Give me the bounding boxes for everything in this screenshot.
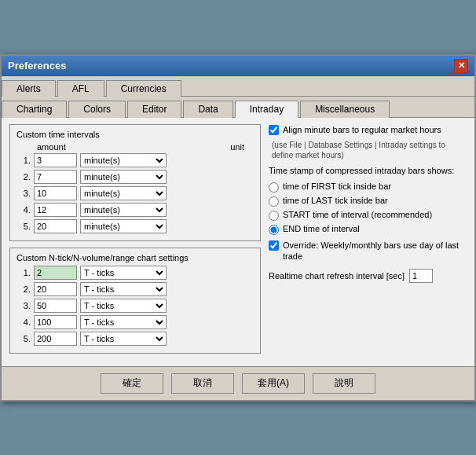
tick-unit-5[interactable]: T - ticks xyxy=(80,332,167,346)
tab-charting[interactable]: Charting xyxy=(2,101,67,118)
radio-end-time-input[interactable] xyxy=(269,225,279,235)
tick-row-2: 2. T - ticks xyxy=(16,282,254,296)
tick-num-2: 2. xyxy=(16,284,31,294)
row-num-1: 1. xyxy=(16,156,31,165)
radio-first-tick-input[interactable] xyxy=(269,182,279,193)
time-amount-2[interactable] xyxy=(34,170,77,184)
content-area: Custom time intervals amount unit 1. min… xyxy=(2,118,474,366)
tick-num-1: 1. xyxy=(16,268,31,277)
override-label: Override: Weekly/monthly bars use day of… xyxy=(283,240,467,262)
refresh-label: Realtime chart refresh interval [sec] xyxy=(269,270,405,281)
refresh-row: Realtime chart refresh interval [sec] xyxy=(269,269,467,283)
time-amount-5[interactable] xyxy=(34,219,77,233)
time-row-3: 3. minute(s) xyxy=(16,186,254,200)
tick-row-4: 4. T - ticks xyxy=(16,315,254,329)
radio-end-time-label: END time of interval xyxy=(283,224,360,233)
tab-afl[interactable]: AFL xyxy=(57,80,104,97)
time-row-4: 4. minute(s) xyxy=(16,203,254,217)
time-row-5: 5. minute(s) xyxy=(16,219,254,233)
time-unit-3[interactable]: minute(s) xyxy=(80,186,167,200)
stamp-label: Time stamp of compressed intraday bars s… xyxy=(269,165,467,177)
time-amount-4[interactable] xyxy=(34,203,77,217)
time-amount-3[interactable] xyxy=(34,186,77,200)
override-checkbox-row: Override: Weekly/monthly bars use day of… xyxy=(269,240,467,262)
tick-num-4: 4. xyxy=(16,317,31,327)
title-bar: Preferences ✕ xyxy=(2,56,474,76)
override-checkbox[interactable] xyxy=(269,240,279,251)
row-num-2: 2. xyxy=(16,172,31,182)
radio-start-time: START time of interval (recommended) xyxy=(269,210,467,221)
bottom-tab-row: Charting Colors Editor Data Intraday Mis… xyxy=(2,97,474,118)
section2-title: Custom N-tick/N-volume/range chart setti… xyxy=(16,253,254,262)
align-checkbox-row: Align minute bars to regular market hour… xyxy=(269,124,467,135)
radio-start-time-input[interactable] xyxy=(269,211,279,221)
tick-unit-1[interactable]: T - ticks xyxy=(80,266,167,280)
tick-num-3: 3. xyxy=(16,301,31,310)
window-title: Preferences xyxy=(8,60,66,72)
tab-alerts[interactable]: Alerts xyxy=(2,80,56,97)
row-num-3: 3. xyxy=(16,189,31,198)
tab-currencies[interactable]: Currencies xyxy=(106,80,181,97)
radio-start-time-label: START time of interval (recommended) xyxy=(283,210,432,219)
time-row-1: 1. minute(s) xyxy=(16,153,254,167)
tick-row-5: 5. T - ticks xyxy=(16,332,254,346)
tab-data[interactable]: Data xyxy=(183,101,233,118)
col-amount-label: amount xyxy=(37,142,66,152)
tick-row-1: 1. T - ticks xyxy=(16,266,254,280)
preferences-window: Preferences ✕ Alerts AFL Currencies Char… xyxy=(0,54,476,402)
left-panel: Custom time intervals amount unit 1. min… xyxy=(9,124,261,360)
tab-colors[interactable]: Colors xyxy=(68,101,126,118)
time-unit-2[interactable]: minute(s) xyxy=(80,170,167,184)
tick-amount-1[interactable] xyxy=(34,266,77,280)
tick-unit-3[interactable]: T - ticks xyxy=(80,299,167,313)
confirm-button[interactable]: 確定 xyxy=(101,373,163,394)
radio-last-tick-input[interactable] xyxy=(269,196,279,207)
time-row-2: 2. minute(s) xyxy=(16,170,254,184)
time-unit-4[interactable]: minute(s) xyxy=(80,203,167,217)
align-hint: (use File | Database Settings | Intraday… xyxy=(272,140,467,160)
align-label: Align minute bars to regular market hour… xyxy=(283,124,441,135)
radio-last-tick-label: time of LAST tick inside bar xyxy=(283,196,388,205)
time-amount-1[interactable] xyxy=(34,153,77,167)
tick-unit-4[interactable]: T - ticks xyxy=(80,315,167,329)
custom-ntick-section: Custom N-tick/N-volume/range chart setti… xyxy=(9,248,261,354)
cancel-button[interactable]: 取消 xyxy=(171,373,234,394)
time-unit-1[interactable]: minute(s) xyxy=(80,153,167,167)
tab-intraday[interactable]: Intraday xyxy=(235,101,298,118)
col-unit-label: unit xyxy=(230,142,244,152)
tick-amount-3[interactable] xyxy=(34,299,77,313)
tick-amount-2[interactable] xyxy=(34,282,77,296)
row-num-5: 5. xyxy=(16,222,31,231)
time-unit-5[interactable]: minute(s) xyxy=(80,219,167,233)
footer: 確定 取消 套用(A) 說明 xyxy=(2,366,474,400)
tab-miscellaneous[interactable]: Miscellaneous xyxy=(300,101,390,118)
tick-amount-5[interactable] xyxy=(34,332,77,346)
section1-title: Custom time intervals xyxy=(16,130,254,139)
row-num-4: 4. xyxy=(16,205,31,215)
tick-amount-4[interactable] xyxy=(34,315,77,329)
custom-time-intervals-section: Custom time intervals amount unit 1. min… xyxy=(9,124,261,241)
tick-num-5: 5. xyxy=(16,334,31,343)
col-headers-1: amount unit xyxy=(16,142,254,152)
top-tab-row: Alerts AFL Currencies xyxy=(2,76,474,97)
refresh-input[interactable] xyxy=(409,269,433,283)
help-button[interactable]: 說明 xyxy=(313,373,375,394)
radio-first-tick: time of FIRST tick inside bar xyxy=(269,182,467,193)
align-checkbox[interactable] xyxy=(269,125,279,135)
tick-row-3: 3. T - ticks xyxy=(16,299,254,313)
radio-last-tick: time of LAST tick inside bar xyxy=(269,196,467,207)
close-button[interactable]: ✕ xyxy=(454,59,468,73)
radio-first-tick-label: time of FIRST tick inside bar xyxy=(283,182,391,191)
tab-editor[interactable]: Editor xyxy=(127,101,181,118)
radio-end-time: END time of interval xyxy=(269,224,467,235)
tick-unit-2[interactable]: T - ticks xyxy=(80,282,167,296)
right-panel: Align minute bars to regular market hour… xyxy=(269,124,467,360)
apply-button[interactable]: 套用(A) xyxy=(242,373,305,394)
